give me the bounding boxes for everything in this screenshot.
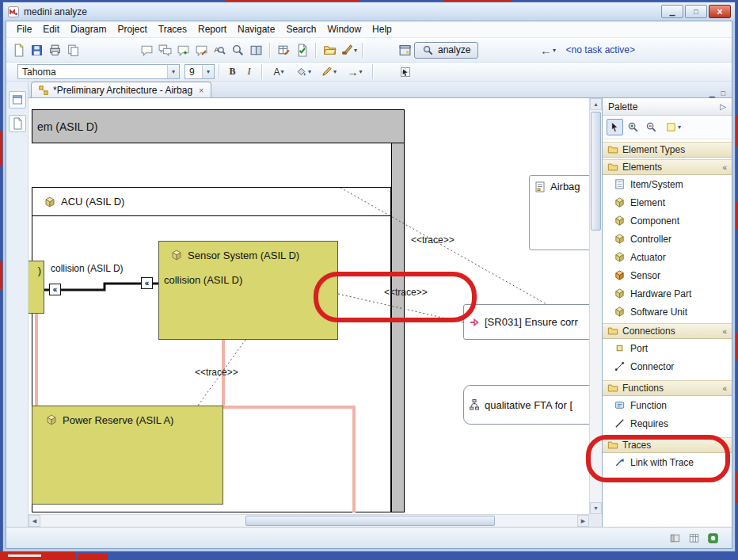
- item-element-header[interactable]: em (ASIL D): [32, 109, 405, 143]
- palette-item-software-unit[interactable]: Software Unit: [603, 303, 732, 321]
- sr031-requirement[interactable]: [SR031] Ensure corr: [463, 304, 589, 340]
- zoom-in-tool[interactable]: [625, 119, 641, 135]
- select-tool[interactable]: [607, 119, 623, 135]
- grid-status-button[interactable]: [688, 532, 700, 544]
- collapse-icon[interactable]: «: [722, 163, 727, 172]
- palette-item-item-system[interactable]: Item/System: [603, 175, 732, 193]
- panel-status-button[interactable]: [669, 532, 681, 544]
- sensor-collision-label[interactable]: collision (ASIL D): [159, 261, 337, 286]
- zoom-button[interactable]: [229, 41, 247, 59]
- new-wizard-button[interactable]: [10, 41, 28, 59]
- menu-file[interactable]: File: [11, 22, 37, 36]
- note-tool[interactable]: ▾: [661, 119, 685, 135]
- palette-section-traces[interactable]: Traces «: [603, 437, 732, 453]
- palette-item-link-with-trace[interactable]: Link with Trace: [603, 453, 732, 471]
- logo-status-button[interactable]: [707, 532, 719, 544]
- sensor-system-element[interactable]: Sensor System (ASIL D) collision (ASIL D…: [158, 241, 338, 340]
- collapse-icon[interactable]: «: [722, 327, 727, 336]
- chevron-down-icon[interactable]: ▾: [202, 65, 214, 78]
- palette-item-function[interactable]: Function: [603, 396, 732, 414]
- back-button[interactable]: ←▾: [539, 41, 557, 59]
- menu-window[interactable]: Window: [321, 22, 367, 36]
- collapse-icon[interactable]: «: [722, 384, 727, 393]
- print-button[interactable]: [46, 41, 64, 59]
- palette-item-requires[interactable]: Requires: [603, 414, 732, 432]
- minimize-view-icon[interactable]: ▁: [709, 90, 715, 97]
- menu-navigate[interactable]: Navigate: [232, 22, 280, 36]
- perspective-button[interactable]: [396, 41, 414, 59]
- palette-item-element[interactable]: Element: [603, 193, 732, 211]
- snap-grid-button[interactable]: [397, 64, 413, 80]
- analyze-perspective-button[interactable]: analyze: [414, 42, 478, 59]
- comment-button[interactable]: [138, 41, 156, 59]
- scroll-down-button[interactable]: ▼: [590, 502, 602, 514]
- port-marker[interactable]: «: [49, 284, 61, 295]
- menu-report[interactable]: Report: [192, 22, 232, 36]
- collision-connection-label[interactable]: collision (ASIL D): [51, 263, 124, 274]
- palette-item-connector[interactable]: Connector: [603, 357, 732, 375]
- zoom-out-tool[interactable]: [643, 119, 660, 135]
- validate-button[interactable]: [293, 41, 311, 59]
- menu-help[interactable]: Help: [367, 22, 398, 36]
- arrow-style-button[interactable]: →▾: [341, 64, 368, 80]
- scroll-right-button[interactable]: ▶: [577, 515, 589, 527]
- find-text-button[interactable]: A: [211, 41, 229, 59]
- trace-label[interactable]: <<trace>>: [384, 287, 428, 298]
- menu-diagram[interactable]: Diagram: [65, 22, 112, 36]
- palette-section-elements[interactable]: Elements «: [603, 159, 732, 175]
- line-color-button[interactable]: ▾: [316, 64, 341, 80]
- palette-section-element-types[interactable]: Element Types: [603, 142, 732, 158]
- duplicate-button[interactable]: [64, 41, 82, 59]
- menu-traces[interactable]: Traces: [153, 22, 192, 36]
- save-button[interactable]: [28, 41, 46, 59]
- palette-section-connections[interactable]: Connections «: [603, 323, 732, 339]
- font-family-select[interactable]: Tahoma ▾: [17, 64, 180, 79]
- font-color-button[interactable]: A▾: [267, 64, 291, 80]
- palette-header[interactable]: Palette ▷: [603, 98, 732, 116]
- italic-button[interactable]: I: [241, 64, 257, 80]
- palette-item-sensor[interactable]: Sensor: [603, 266, 732, 284]
- scroll-left-button[interactable]: ◀: [29, 515, 40, 527]
- close-button[interactable]: ×: [709, 5, 731, 18]
- palette-item-controller[interactable]: Controller: [603, 230, 732, 248]
- scroll-up-button[interactable]: ▲: [590, 98, 602, 110]
- diagram-canvas[interactable]: em (ASIL D) ACU (ASIL D): [29, 98, 589, 514]
- open-button[interactable]: [321, 41, 339, 59]
- palette-item-actuator[interactable]: Actuator: [603, 248, 732, 266]
- add-comment-button[interactable]: [174, 41, 192, 59]
- airbag-element[interactable]: Airbag: [529, 175, 589, 250]
- close-tab-icon[interactable]: ×: [199, 86, 204, 95]
- fill-color-button[interactable]: ▾: [291, 64, 316, 80]
- port-marker[interactable]: «: [141, 277, 153, 289]
- bold-button[interactable]: B: [224, 64, 241, 80]
- model-table-button[interactable]: [275, 41, 293, 59]
- minimize-button[interactable]: ▁: [661, 5, 683, 18]
- vertical-scroll-thumb[interactable]: [591, 112, 601, 230]
- fta-element[interactable]: qualitative FTA for [: [463, 385, 589, 425]
- title-bar[interactable]: medini analyze ▁ □ ×: [3, 2, 735, 21]
- paint-button[interactable]: ▾: [339, 41, 358, 59]
- trace-label[interactable]: <<trace>>: [411, 234, 455, 246]
- collapse-icon[interactable]: «: [722, 441, 727, 450]
- notebook-button[interactable]: [247, 41, 265, 59]
- font-size-select[interactable]: 9 ▾: [184, 64, 215, 79]
- palette-section-functions[interactable]: Functions «: [603, 380, 732, 396]
- chevron-down-icon[interactable]: ▾: [167, 65, 179, 78]
- maximize-button[interactable]: □: [685, 5, 707, 18]
- trace-label[interactable]: <<trace>>: [195, 367, 238, 378]
- palette-item-component[interactable]: Component: [603, 211, 732, 230]
- palette-collapse-icon[interactable]: ▷: [720, 102, 726, 111]
- edit-comment-button[interactable]: [192, 41, 211, 59]
- clipped-element[interactable]: ): [29, 261, 44, 314]
- horizontal-scroll-thumb[interactable]: [245, 516, 495, 526]
- comments-button[interactable]: [156, 41, 174, 59]
- restore-view-button[interactable]: [9, 91, 26, 109]
- menu-edit[interactable]: Edit: [37, 22, 65, 36]
- menu-search[interactable]: Search: [280, 22, 321, 36]
- palette-item-hardware-part[interactable]: Hardware Part: [603, 284, 732, 303]
- menu-project[interactable]: Project: [112, 22, 152, 36]
- maximize-view-icon[interactable]: □: [721, 90, 725, 97]
- restore-outline-button[interactable]: [9, 115, 26, 132]
- item-element-right-edge[interactable]: [391, 143, 405, 512]
- tab-preliminary-architecture[interactable]: *Preliminary Architecture - Airbag ×: [31, 82, 211, 97]
